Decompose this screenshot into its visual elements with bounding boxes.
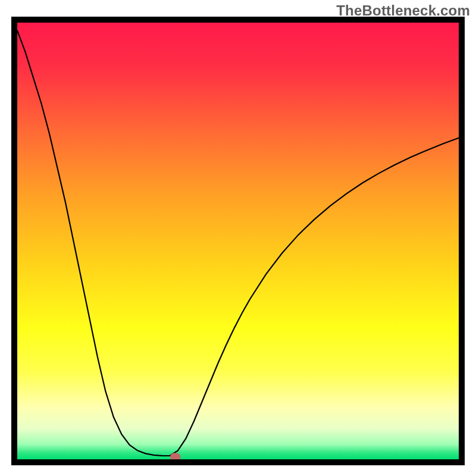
chart-container: { "watermark": "TheBottleneck.com", "col… bbox=[0, 0, 476, 476]
bottleneck-chart bbox=[0, 0, 476, 476]
chart-background-gradient bbox=[17, 23, 459, 459]
watermark-text: TheBottleneck.com bbox=[336, 2, 470, 19]
